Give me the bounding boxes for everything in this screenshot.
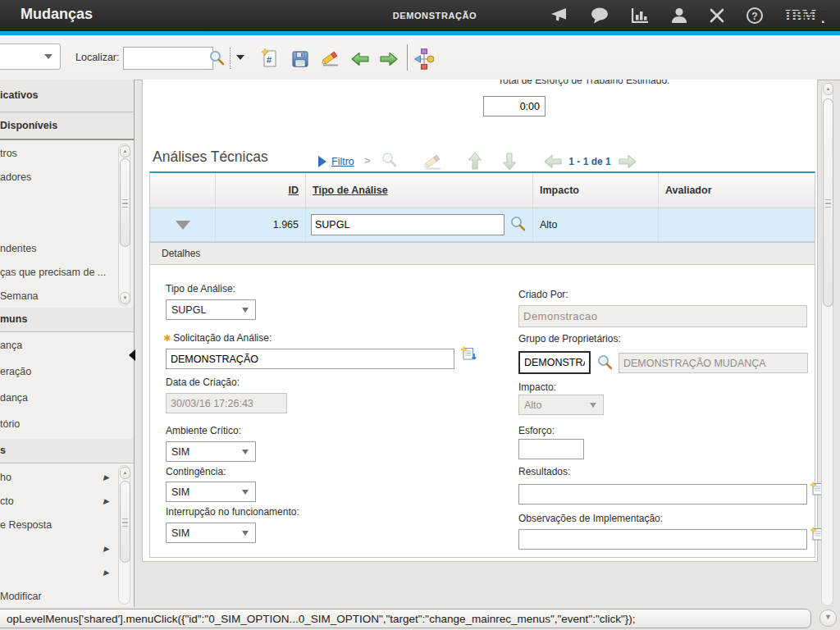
contingencia-label: Contingência: bbox=[166, 466, 226, 477]
row-impacto-cell: Alto bbox=[533, 208, 659, 241]
save-icon[interactable] bbox=[290, 49, 310, 72]
search-options-arrow-icon[interactable] bbox=[236, 55, 244, 60]
chevron-down-icon bbox=[44, 54, 52, 59]
esforco-input[interactable] bbox=[518, 439, 584, 459]
scroll-up-icon[interactable]: ▲ bbox=[120, 467, 130, 479]
app-title: Mudanças bbox=[21, 6, 93, 23]
svg-text:IBM: IBM bbox=[785, 7, 817, 24]
sidebar-item[interactable]: tros bbox=[0, 141, 134, 165]
main-scrollbar[interactable]: ▲ bbox=[821, 81, 833, 606]
long-description-icon[interactable] bbox=[460, 346, 477, 366]
navigation-sidebar: icativos Disponíveis tros adores ndentes… bbox=[0, 80, 135, 607]
sidebar-item[interactable]: eração bbox=[0, 358, 134, 385]
sidebar-header-disponiveis[interactable]: Disponíveis bbox=[0, 112, 134, 140]
sidebar-item[interactable]: ▶ bbox=[0, 560, 134, 584]
analyses-table: ID Tipo de Análise Impacto Avaliador 1.9… bbox=[149, 171, 815, 558]
scroll-up-icon[interactable]: ▲ bbox=[120, 145, 130, 158]
record-jump-select[interactable] bbox=[0, 43, 61, 70]
ambiente-select[interactable]: SIM bbox=[166, 441, 256, 462]
column-header-tipo[interactable]: Tipo de Análise bbox=[306, 173, 533, 208]
logged-user-label: DEMONSTRAÇÃO bbox=[353, 11, 517, 21]
sidebar-collapse-icon[interactable] bbox=[129, 349, 135, 361]
sidebar-item[interactable]: ança bbox=[0, 332, 134, 358]
impacto-select: Alto bbox=[518, 395, 604, 415]
profile-icon[interactable] bbox=[670, 0, 688, 31]
find-input[interactable] bbox=[123, 47, 213, 70]
observacoes-label: Observações de Implementação: bbox=[518, 513, 663, 524]
tipo-analise-select[interactable]: SUPGL bbox=[166, 299, 256, 320]
toolbar-divider bbox=[407, 44, 408, 71]
observacoes-input[interactable] bbox=[518, 529, 807, 550]
grupo-input[interactable] bbox=[518, 351, 591, 374]
impacto-label: Impacto: bbox=[518, 381, 556, 393]
filter-expand-icon[interactable] bbox=[318, 156, 326, 167]
next-record-icon[interactable] bbox=[379, 50, 399, 71]
contingencia-select[interactable]: SIM bbox=[166, 482, 256, 502]
details-form: Tipo de Análise: SUPGL ✱Solicitação da A… bbox=[150, 265, 815, 557]
chevron-down-icon bbox=[590, 403, 596, 408]
table-search-icon[interactable] bbox=[381, 151, 398, 171]
sidebar-header-comuns[interactable]: muns bbox=[0, 308, 134, 332]
sidebar-item[interactable]: cto▶ bbox=[0, 489, 134, 513]
data-criacao-label: Data de Criação: bbox=[166, 377, 240, 388]
sidebar-item[interactable]: ho▶ bbox=[0, 465, 134, 489]
criado-por-input bbox=[518, 305, 807, 327]
feedback-chat-icon[interactable] bbox=[590, 0, 609, 31]
clear-changes-icon[interactable] bbox=[320, 48, 341, 72]
sidebar-item[interactable]: dança bbox=[0, 385, 134, 411]
sidebar-item[interactable]: ▶ bbox=[0, 536, 134, 560]
scroll-corner-icon[interactable]: ▼ bbox=[819, 609, 837, 627]
sidebar-item[interactable] bbox=[0, 189, 134, 212]
reports-icon[interactable] bbox=[630, 0, 650, 31]
sidebar-header-acoes[interactable]: s bbox=[0, 439, 134, 463]
scrollbar-thumb[interactable] bbox=[120, 481, 130, 563]
sidebar-item[interactable] bbox=[0, 212, 134, 236]
row-tipo-input[interactable] bbox=[311, 214, 504, 235]
sidebar-item[interactable]: e Resposta bbox=[0, 513, 134, 536]
new-record-icon[interactable]: # bbox=[259, 48, 280, 72]
row-tipo-search-icon[interactable] bbox=[509, 215, 527, 235]
sidebar-scrollbar[interactable]: ▲ bbox=[118, 465, 130, 605]
table-header-row: ID Tipo de Análise Impacto Avaliador bbox=[150, 173, 815, 208]
solicitacao-input[interactable] bbox=[166, 349, 454, 369]
esforco-label: Esforço: bbox=[518, 425, 555, 436]
sidebar-item[interactable]: tório bbox=[0, 411, 134, 437]
solicitacao-label: ✱Solicitação da Análise: bbox=[163, 332, 272, 344]
topbar-icon-group: ? IBM bbox=[548, 0, 827, 31]
required-icon: ✱ bbox=[163, 333, 171, 343]
column-header-avaliador: Avaliador bbox=[659, 173, 815, 208]
filter-link[interactable]: Filtro bbox=[331, 156, 354, 167]
sidebar-item[interactable]: ças que precisam de ... bbox=[0, 260, 134, 284]
row-avaliador-cell bbox=[659, 208, 815, 241]
total-effort-label: Total de Esforço de Trabalho Estimado: bbox=[498, 80, 669, 86]
scroll-up-icon[interactable]: ▲ bbox=[823, 83, 833, 95]
sidebar-header-aplicativos[interactable]: icativos bbox=[0, 80, 134, 112]
sidebar-item[interactable]: ndentes bbox=[0, 236, 134, 260]
toolbar-divider bbox=[230, 48, 231, 69]
column-header-id[interactable]: ID bbox=[216, 173, 306, 208]
interrupcao-select[interactable]: SIM bbox=[166, 523, 256, 543]
grupo-search-icon[interactable] bbox=[596, 354, 614, 374]
scrollbar-thumb[interactable] bbox=[823, 98, 833, 307]
scrollbar-thumb[interactable] bbox=[120, 158, 130, 247]
total-effort-input[interactable] bbox=[483, 96, 546, 116]
submenu-arrow-icon: ▶ bbox=[103, 473, 109, 482]
tipo-analise-label: Tipo de Análise: bbox=[166, 283, 235, 294]
table-row[interactable]: 1.965 Alto bbox=[150, 208, 815, 242]
sidebar-item[interactable]: Modificar bbox=[0, 584, 134, 608]
sidebar-item[interactable]: Semana bbox=[0, 284, 134, 308]
row-id-cell: 1.965 bbox=[216, 208, 306, 241]
announcements-icon[interactable] bbox=[548, 0, 569, 31]
criado-por-label: Criado Por: bbox=[518, 289, 568, 300]
sidebar-item[interactable]: adores bbox=[0, 165, 134, 189]
ibm-logo: IBM bbox=[784, 0, 827, 31]
sidebar-scrollbar[interactable]: ▲ ▼ bbox=[118, 144, 130, 306]
sign-out-icon[interactable] bbox=[709, 0, 725, 31]
previous-record-icon[interactable] bbox=[349, 50, 370, 71]
search-icon[interactable] bbox=[208, 49, 226, 70]
resultados-input[interactable] bbox=[518, 484, 807, 504]
workflow-icon[interactable] bbox=[413, 48, 435, 73]
scroll-down-icon[interactable]: ▼ bbox=[120, 292, 130, 304]
row-expand-icon[interactable] bbox=[176, 221, 190, 230]
help-icon[interactable]: ? bbox=[746, 0, 764, 31]
